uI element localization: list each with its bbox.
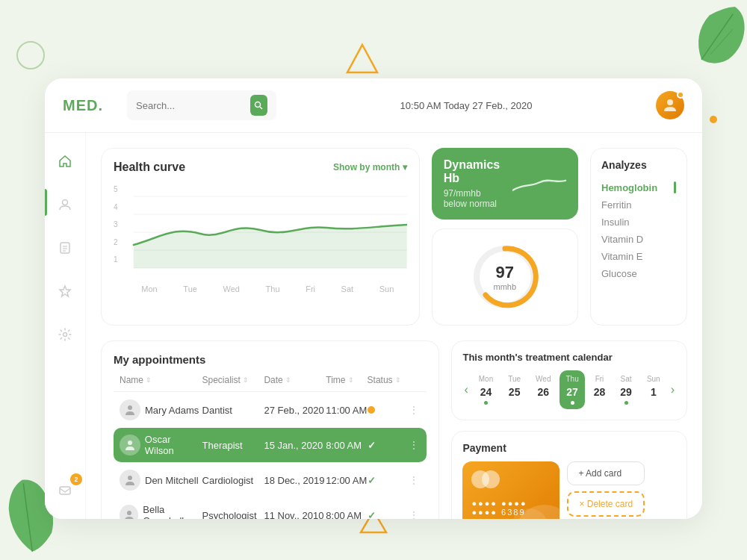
chart-filter: Show by month ▾ [333,162,407,172]
table-row[interactable]: Mary Adams Dantist 27 Feb., 2020 11:00 A… [114,393,427,426]
sidebar-item-mail[interactable]: 2 [52,477,78,504]
analyze-item-insulin[interactable]: Insulin [601,214,676,231]
main-content: Health curve Show by month ▾ 54321 [86,133,702,519]
bg-triangle-top [344,41,381,81]
svg-point-24 [128,441,132,445]
status-check-icon: ✓ [368,475,376,486]
sidebar: 2 [45,133,86,519]
svg-rect-9 [61,243,69,253]
cal-day-fri[interactable]: Fri 28 [588,370,612,409]
cell-status: ✓ [368,475,409,486]
cell-status [368,406,409,414]
appointments-title: My appointments [114,353,427,366]
add-card-button[interactable]: + Add card [567,461,645,485]
search-input[interactable] [136,100,244,111]
search-button[interactable] [250,95,267,116]
patient-avatar [120,399,140,420]
datetime-display: 10:50 AM Today 27 Feb., 2020 [288,100,644,111]
more-icon[interactable]: ⋮ [409,474,419,486]
status-check-icon: ✓ [368,510,376,520]
more-icon[interactable]: ⋮ [409,439,419,451]
svg-point-5 [255,102,261,108]
sidebar-item-person[interactable] [52,191,78,218]
col-name: Name ⇕ [120,375,202,385]
patient-avatar [120,470,140,491]
cal-day-sun[interactable]: Sun 1 [641,370,666,409]
credit-card: ●●●● ●●●● ●●●● 6389 Emma Robinson 01/24 [462,461,560,519]
search-container [127,90,276,120]
svg-line-2 [701,9,733,64]
logo: MED. [63,97,115,114]
gauge-card: 97 mmhb [432,228,578,326]
sidebar-item-settings[interactable] [52,321,78,348]
calendar-prev-btn[interactable]: ‹ [462,383,469,396]
cal-day-thu[interactable]: Thu 27 [560,370,584,409]
sidebar-item-star[interactable] [52,278,78,305]
svg-point-23 [128,405,132,410]
cell-date: 11 Nov., 2010 [264,510,326,520]
cal-dot [624,401,628,405]
bottom-row: My appointments Name ⇕ Specialist ⇕ Date… [101,340,687,519]
delete-card-button[interactable]: × Delete card [567,491,645,517]
cal-day-tue[interactable]: Tue 25 [502,370,527,409]
dynamics-value: 97/mmhb [444,188,512,199]
table-row[interactable]: Bella Campbell Psychologist 11 Nov., 201… [114,498,427,519]
cell-time: 8:00 AM [326,510,367,520]
cal-day-sat[interactable]: Sat 29 [614,370,638,409]
patient-avatar [120,435,140,455]
cell-date: 15 Jan., 2020 [264,440,326,451]
top-row: Health curve Show by month ▾ 54321 [101,148,687,326]
table-header: Name ⇕ Specialist ⇕ Date ⇕ Time ⇕ Status… [114,375,427,392]
cell-name: Den Mitchell [120,470,202,491]
svg-marker-0 [347,45,377,72]
right-panel: Dynamics Hb 97/mmhb below normal [432,148,578,326]
chart-area: 54321 [114,181,407,301]
analyze-item-vitamind[interactable]: Vitamin D [601,231,676,248]
dynamics-status: below normal [444,199,512,209]
analyze-item-glucose[interactable]: Glucose [601,265,676,282]
filter-value[interactable]: month ▾ [373,162,407,172]
col-time: Time ⇕ [326,375,367,385]
analyze-item-hemoglobin[interactable]: Hemoglobin [601,178,676,196]
main-card: MED. 10:50 AM Today 27 Feb., 2020 [45,78,702,519]
calendar-title: This month's treatment calendar [462,352,676,363]
sidebar-item-document[interactable] [52,234,78,261]
content-area: 2 Health curve Show by month ▾ [45,133,702,519]
dynamics-info: Dynamics Hb 97/mmhb below normal [444,158,512,209]
calendar-next-btn[interactable]: › [669,383,676,396]
payment-title: Payment [462,442,676,454]
chart-title: Health curve [114,161,185,174]
analyze-item-vitamine[interactable]: Vitamin E [601,248,676,265]
table-row[interactable]: Den Mitchell Cardiologist 18 Dec., 2019 … [114,464,427,497]
dynamics-card: Dynamics Hb 97/mmhb below normal [432,148,578,220]
svg-point-8 [63,200,68,205]
analyze-active-bar [674,181,676,193]
cell-specialist: Dantist [202,405,264,416]
cell-more: ⋮ [409,509,421,519]
gauge-value: 97 mmhb [494,263,517,291]
more-icon[interactable]: ⋮ [409,404,419,416]
cell-name: Oscar Wilson [120,434,202,456]
calendar-days: ‹ Mon 24 Tue 25 [462,370,676,409]
cell-name: Bella Campbell [120,504,202,519]
col-status: Status ⇕ [368,375,409,385]
cal-day-wed[interactable]: Wed 26 [530,370,557,409]
bg-dot-right [710,116,717,123]
analyze-item-ferritin[interactable]: Ferritin [601,196,676,214]
sidebar-item-home[interactable] [52,148,78,175]
gauge-number: 97 [494,263,517,282]
sidebar-active-indicator [45,189,47,216]
col-specialist: Specialist ⇕ [202,375,264,385]
cal-day-mon[interactable]: Mon 24 [473,370,499,409]
table-row-active[interactable]: Oscar Wilson Therapist 15 Jan., 2020 8:0… [114,428,427,462]
card-circles [471,470,551,488]
svg-point-14 [63,333,67,337]
cell-more: ⋮ [409,474,421,486]
svg-rect-15 [60,487,70,494]
cell-time: 12:00 AM [326,475,367,486]
status-check-icon: ✓ [368,440,376,451]
more-icon[interactable]: ⋮ [409,509,419,519]
dynamics-title: Dynamics Hb [444,158,512,185]
gauge-container: 97 mmhb [468,240,542,314]
calendar-card: This month's treatment calendar ‹ Mon 24… [451,340,687,420]
